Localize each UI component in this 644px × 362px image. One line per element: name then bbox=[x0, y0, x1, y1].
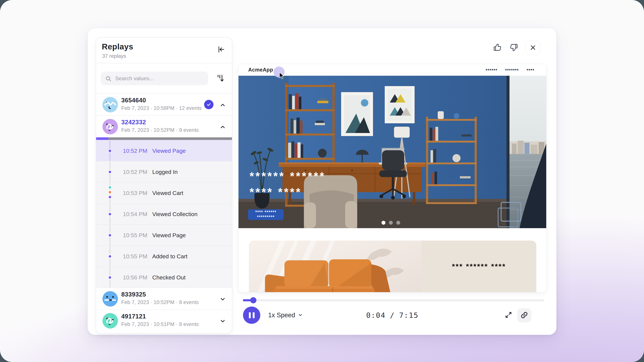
pause-icon bbox=[253, 312, 254, 318]
event-dot bbox=[108, 212, 112, 216]
avatar bbox=[102, 313, 118, 329]
pause-button[interactable] bbox=[243, 307, 260, 324]
replay-load-fill bbox=[96, 137, 108, 140]
event-time: 10:53 PM bbox=[123, 190, 148, 196]
chevron-down-icon[interactable] bbox=[220, 318, 226, 325]
thumbs-up-button[interactable] bbox=[493, 43, 502, 52]
replay-scene bbox=[238, 76, 546, 228]
sidebar-header: Replays 37 replays bbox=[96, 38, 232, 63]
chevron-up-icon[interactable] bbox=[220, 124, 226, 131]
seek-thumb[interactable] bbox=[250, 297, 256, 303]
carousel-dots[interactable] bbox=[382, 221, 400, 225]
thumbs-down-button[interactable] bbox=[509, 43, 518, 52]
replayed-nav: ****** ******* **** bbox=[486, 64, 534, 76]
thumbs-up-icon bbox=[493, 43, 502, 53]
replay-id: 3242332 bbox=[121, 119, 146, 126]
link-icon bbox=[520, 311, 528, 319]
close-button[interactable] bbox=[526, 40, 540, 55]
player-actions bbox=[493, 40, 540, 55]
pause-icon bbox=[249, 312, 251, 318]
collapse-sidebar-button[interactable] bbox=[216, 45, 225, 54]
chevron-down-icon[interactable] bbox=[220, 296, 226, 303]
chevron-up-icon[interactable] bbox=[220, 102, 226, 109]
seek-bar[interactable] bbox=[243, 299, 544, 301]
replays-sidebar: Replays 37 replays bbox=[96, 37, 232, 334]
replay-viewport: AcmeApp ****** ******* **** bbox=[238, 64, 546, 292]
event-dot bbox=[108, 276, 112, 279]
event-row[interactable]: 10:52 PM Logged In bbox=[96, 161, 232, 182]
event-row[interactable]: 10:53 PM Viewed Cart bbox=[96, 182, 232, 203]
replay-meta: Feb 7, 2023 · 10:52PM · 8 events bbox=[121, 299, 199, 305]
event-time: 10:52 PM bbox=[123, 169, 148, 175]
fullscreen-button[interactable] bbox=[504, 311, 513, 320]
replay-row[interactable]: 3654640 Feb 7, 2023 · 10:58PM · 12 event… bbox=[96, 93, 232, 115]
replay-list: 3654640 Feb 7, 2023 · 10:58PM · 12 event… bbox=[96, 93, 232, 333]
total-duration: 7:15 bbox=[399, 311, 418, 320]
speed-label: 1x Speed bbox=[268, 312, 295, 319]
event-dot bbox=[108, 254, 112, 258]
event-time: 10:56 PM bbox=[123, 274, 148, 281]
event-time: 10:54 PM bbox=[123, 211, 148, 217]
masked-hero-cta-button[interactable]: **** ****** ********* bbox=[248, 209, 284, 220]
search-input[interactable] bbox=[101, 72, 208, 85]
replay-row-active[interactable]: 3242332 Feb 7, 2023 · 10:52PM · 9 events bbox=[96, 115, 232, 137]
event-label: Added to Cart bbox=[152, 253, 188, 260]
event-label: Viewed Page bbox=[152, 148, 186, 154]
event-label: Viewed Collection bbox=[152, 211, 198, 217]
masked-nav-link: ****** bbox=[486, 68, 498, 73]
close-icon bbox=[530, 44, 536, 51]
masked-hero-heading-line1: ****** ****** bbox=[250, 170, 326, 182]
event-label: Logged In bbox=[152, 169, 178, 175]
event-dot bbox=[108, 170, 112, 174]
current-time: 0:04 bbox=[366, 311, 386, 320]
replayed-app-logo: AcmeApp bbox=[248, 67, 273, 73]
replay-id: 8339325 bbox=[121, 291, 146, 298]
avatar bbox=[102, 291, 118, 307]
replay-id: 3654640 bbox=[121, 97, 146, 104]
event-time: 10:55 PM bbox=[123, 253, 148, 260]
expand-icon bbox=[504, 311, 512, 320]
sofa-photo bbox=[249, 241, 422, 292]
sort-button[interactable] bbox=[214, 72, 226, 85]
carousel-dot[interactable] bbox=[396, 221, 400, 225]
replay-meta: Feb 7, 2023 · 10:51PM · 8 events bbox=[121, 321, 199, 327]
event-label: Viewed Page bbox=[152, 232, 186, 238]
copy-link-button[interactable] bbox=[517, 308, 531, 322]
selected-check-badge bbox=[204, 100, 214, 109]
masked-promo-text: *** ****** **** bbox=[422, 241, 536, 292]
replay-meta: Feb 7, 2023 · 10:58PM · 12 events bbox=[121, 105, 202, 111]
playback-controls: 1x Speed 0:04 / 7:15 bbox=[238, 304, 546, 327]
carousel-dot-active[interactable] bbox=[382, 221, 386, 225]
chevron-down-icon bbox=[298, 312, 303, 318]
avatar bbox=[102, 119, 118, 134]
sort-descending-icon bbox=[216, 73, 224, 83]
thumbs-down-icon bbox=[509, 43, 518, 53]
replay-count: 37 replays bbox=[102, 53, 126, 59]
event-row-selected[interactable]: 10:52 PM Viewed Page bbox=[96, 140, 232, 161]
cursor-pointer-icon bbox=[278, 72, 285, 80]
event-label: Checked Out bbox=[152, 274, 186, 281]
app-canvas: Replays 37 replays bbox=[0, 0, 644, 362]
event-row[interactable]: 10:55 PM Viewed Page bbox=[96, 224, 232, 245]
event-label: Viewed Cart bbox=[152, 190, 183, 196]
event-dot bbox=[108, 233, 112, 237]
replayed-promo-card: *** ****** **** bbox=[249, 241, 536, 292]
replay-load-progressbar bbox=[96, 137, 232, 140]
replay-meta: Feb 7, 2023 · 10:52PM · 9 events bbox=[121, 127, 199, 133]
replay-id: 4917121 bbox=[121, 313, 146, 320]
carousel-dot[interactable] bbox=[389, 221, 393, 225]
masked-hero-heading-line2: **** **** bbox=[250, 185, 302, 198]
avatar bbox=[102, 97, 118, 112]
replay-row[interactable]: 8339325 Feb 7, 2023 · 10:52PM · 8 events bbox=[96, 288, 232, 310]
event-row[interactable]: 10:54 PM Viewed Collection bbox=[96, 203, 232, 224]
event-row[interactable]: 10:55 PM Added to Cart bbox=[96, 245, 232, 267]
time-separator: / bbox=[390, 311, 395, 320]
replay-modal: Replays 37 replays bbox=[88, 28, 556, 335]
event-row[interactable]: 10:56 PM Checked Out bbox=[96, 267, 232, 288]
event-time: 10:55 PM bbox=[123, 232, 148, 238]
event-time: 10:52 PM bbox=[123, 148, 148, 154]
speed-selector[interactable]: 1x Speed bbox=[268, 304, 303, 327]
page-title: Replays bbox=[102, 42, 133, 51]
masked-nav-link: **** bbox=[526, 68, 534, 73]
replay-row[interactable]: 4917121 Feb 7, 2023 · 10:51PM · 8 events bbox=[96, 310, 232, 332]
